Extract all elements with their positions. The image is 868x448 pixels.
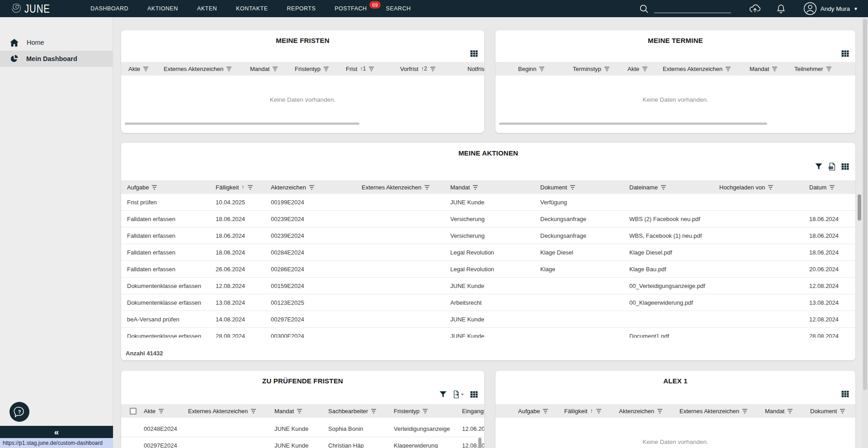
table-cell: 13.08.2024 (216, 299, 271, 306)
column-header-dokument[interactable]: Dokument (810, 408, 855, 415)
column-header-externes-aktenzeichen[interactable]: Externes Aktenzeichen (663, 66, 750, 72)
column-header-mandat[interactable]: Mandat (274, 408, 328, 415)
help-chat-bubble-icon: ? (14, 406, 25, 417)
column-header-hochgeladen-von[interactable]: Hochgeladen von (719, 184, 809, 191)
columns-icon[interactable] (841, 163, 849, 170)
column-header-beginn[interactable]: Beginn (518, 66, 573, 72)
column-header-externes-aktenzeichen[interactable]: Externes Aktenzeichen (679, 408, 765, 415)
user-menu[interactable]: Andy Mura ▼ (803, 2, 858, 15)
column-header-notfrist[interactable]: Notfrist (467, 66, 484, 72)
column-header-terminstyp[interactable]: Terminstyp (573, 66, 627, 72)
table-row[interactable]: Falldaten erfassen18.06.202400239E2024Ve… (121, 211, 855, 227)
table-cell: 00284E2024 (271, 249, 362, 256)
sidebar-item-home[interactable]: Home (0, 34, 113, 51)
table-cell: Sophia Bonin (328, 425, 394, 432)
table-row[interactable]: Falldaten erfassen18.06.202400284E2024Le… (121, 244, 855, 261)
table-row[interactable]: 00248E2024JUNE KundeSophia BoninVerteidi… (121, 420, 484, 437)
column-header-aufgabe[interactable]: Aufgabe (127, 184, 216, 191)
column-header-mandat[interactable]: Mandat (450, 184, 540, 191)
column-header-externes-aktenzeichen[interactable]: Externes Aktenzeichen (164, 66, 250, 72)
filter-icon[interactable] (815, 163, 822, 170)
bell-icon[interactable] (777, 4, 785, 14)
filter-lines-icon (657, 409, 663, 414)
table-row[interactable]: Dokumentenklasse erfassen28.08.202400300… (121, 328, 855, 338)
nav-item-akten[interactable]: AKTEN (188, 5, 226, 12)
column-header-akte[interactable]: Akte (144, 408, 188, 415)
column-header-akte[interactable]: Akte (627, 66, 663, 72)
column-header-eingangsdatum[interactable]: Eingangsdatum (462, 408, 484, 415)
columns-icon[interactable] (841, 50, 849, 57)
nav-item-search[interactable]: SEARCH (377, 5, 420, 12)
table-cell: 00248E2024 (144, 425, 188, 432)
filter-icon[interactable] (439, 391, 447, 398)
table-cell: Legal Revolution (450, 266, 540, 273)
table-row[interactable]: beA-Versand prüfen14.08.202400297E2024JU… (121, 311, 855, 328)
global-search-input[interactable] (654, 4, 731, 13)
export-file-icon[interactable] (453, 391, 464, 398)
nav-item-reports[interactable]: REPORTS (278, 5, 326, 12)
table-cell: Klage Bau.pdf (629, 266, 719, 273)
columns-icon[interactable] (470, 50, 478, 57)
search-icon[interactable] (639, 4, 649, 14)
table-cell: 00239E2024 (271, 232, 362, 239)
table-row[interactable]: Falldaten erfassen26.06.202400286E2024Le… (121, 261, 855, 278)
cloud-upload-icon[interactable] (749, 4, 761, 13)
vertical-scrollbar[interactable] (478, 438, 481, 448)
column-header-aktenzeichen[interactable]: Aktenzeichen (271, 184, 362, 191)
filter-lines-icon (371, 409, 377, 414)
column-header-fälligkeit[interactable]: Fälligkeit↑ (216, 184, 271, 191)
column-header-dateiname[interactable]: Dateiname (629, 184, 719, 191)
columns-icon[interactable] (470, 391, 478, 398)
column-header-vorfrist[interactable]: Vorfrist↑2 (400, 66, 467, 72)
page-scrollbar[interactable] (862, 17, 868, 448)
card-meine-fristen: MEINE FRISTEN AkteExternes AktenzeichenM… (121, 30, 484, 133)
table-row[interactable]: Falldaten erfassen18.06.202400239E2024Ve… (121, 227, 855, 244)
table-cell: 13.08.2024 (809, 299, 850, 306)
status-bar-url: https://p1.stag.june.de/custom-dashboard (0, 438, 113, 448)
columns-icon[interactable] (841, 391, 849, 397)
column-header-mandat[interactable]: Mandat (250, 66, 295, 72)
column-header-mandat[interactable]: Mandat (765, 408, 810, 415)
table-row[interactable]: 00297E2024JUNE KundeChristian HäpKlageer… (121, 437, 484, 448)
help-button[interactable]: ? (9, 402, 29, 422)
column-header-teilnehmer[interactable]: Teilnehmer (794, 66, 855, 72)
export-excel-icon[interactable]: XLSX (828, 163, 835, 170)
table-row[interactable]: Frist prüfen10.04.202500199E2024JUNE Kun… (121, 194, 855, 211)
column-header-mandat[interactable]: Mandat (750, 66, 794, 72)
column-header-sachbearbeiter[interactable]: Sachbearbeiter (328, 408, 394, 415)
column-header-frist[interactable]: Frist↑1 (346, 66, 400, 72)
column-header-fristentyp[interactable]: Fristentyp (295, 66, 346, 72)
svg-text:?: ? (18, 409, 21, 415)
filter-lines-icon (768, 185, 774, 190)
sidebar-collapse-button[interactable]: « (0, 426, 113, 438)
table-cell: Klage Diesel.pdf (629, 249, 719, 256)
horizontal-scrollbar[interactable] (499, 123, 852, 125)
nav-item-dashboard[interactable]: DASHBOARD (81, 5, 138, 12)
filter-lines-icon (604, 66, 610, 71)
page-scrollbar-thumb[interactable] (863, 19, 867, 390)
nav-item-postfach[interactable]: POSTFACH69 (325, 5, 376, 12)
table-row[interactable]: Dokumentenklasse erfassen12.08.202400159… (121, 278, 855, 294)
sidebar-item-mein-dashboard[interactable]: Mein Dashboard (0, 51, 113, 67)
nav-item-aktionen[interactable]: AKTIONEN (138, 5, 188, 12)
column-header-datum[interactable]: Datum (809, 184, 850, 191)
column-header-akte[interactable]: Akte (128, 66, 164, 72)
inner-scrollbar-thumb[interactable] (858, 194, 861, 221)
table-row[interactable]: Dokumentenklasse erfassen13.08.202400123… (121, 294, 855, 311)
filter-lines-icon (430, 66, 436, 71)
card-title: MEINE FRISTEN (121, 37, 484, 44)
horizontal-scrollbar[interactable] (125, 123, 481, 125)
column-header-dokument[interactable]: Dokument (540, 184, 629, 191)
table-cell: Dokumentenklasse erfassen (127, 283, 216, 289)
table-cell: 12.08.2024 (809, 316, 850, 323)
column-header-externes-aktenzeichen[interactable]: Externes Aktenzeichen (362, 184, 450, 191)
table-cell: JUNE Kunde (450, 333, 540, 338)
select-all-checkbox[interactable] (130, 408, 144, 415)
filter-lines-icon (226, 66, 232, 71)
column-header-fälligkeit[interactable]: Fälligkeit↑ (564, 408, 619, 415)
column-header-fristentyp[interactable]: Fristentyp (394, 408, 462, 415)
nav-item-kontakte[interactable]: KONTAKTE (226, 5, 277, 12)
column-header-externes-aktenzeichen[interactable]: Externes Aktenzeichen (188, 408, 274, 415)
column-header-aktenzeichen[interactable]: Aktenzeichen (619, 408, 679, 415)
column-header-aufgabe[interactable]: Aufgabe (518, 408, 564, 415)
